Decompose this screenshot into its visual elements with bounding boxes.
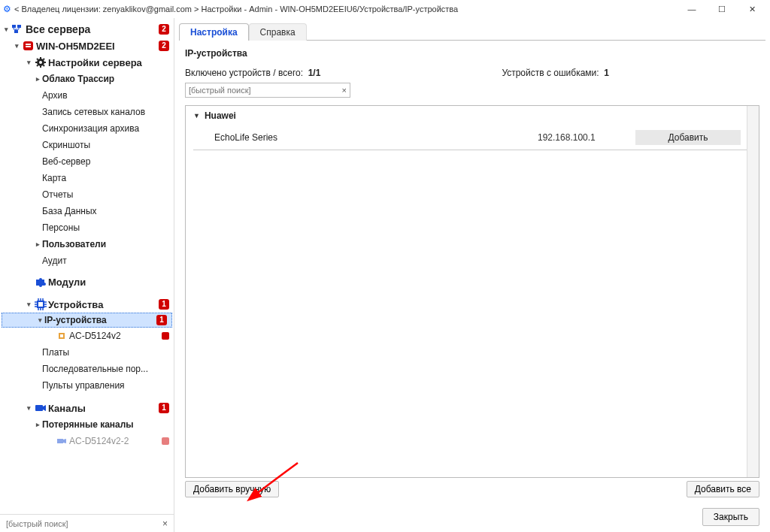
svg-rect-17 bbox=[38, 302, 43, 307]
chevron-down-icon: ▾ bbox=[2, 26, 11, 33]
nav-lost-channels[interactable]: ▸Потерянные каналы bbox=[0, 416, 174, 433]
device-ip: 192.168.100.1 bbox=[538, 132, 635, 143]
nav-reports[interactable]: ▸Отчеты bbox=[0, 186, 174, 203]
nav-label: WIN-OH5MD2EEI bbox=[36, 41, 156, 52]
title-bar: ⚙ < Владелец лицензии: zenyaklikov@gmail… bbox=[0, 0, 770, 18]
panel-quick-search[interactable]: × bbox=[185, 83, 350, 98]
nav-label: Отчеты bbox=[42, 189, 169, 200]
tab-setup[interactable]: Настройка bbox=[179, 23, 249, 41]
nav-lost-channel-item[interactable]: ▸ AC-D5124v2-2 bbox=[0, 433, 174, 449]
status-dot bbox=[162, 332, 169, 340]
nav-all-servers[interactable]: ▾ Все сервера 2 bbox=[0, 21, 174, 38]
nav-label: Синхронизация архива bbox=[42, 123, 169, 134]
nav-channels[interactable]: ▾ Каналы 1 bbox=[0, 400, 174, 416]
nav-label: AC-D5124v2 bbox=[69, 331, 159, 341]
nav-modules[interactable]: ▸ Модули bbox=[0, 274, 174, 290]
window-title: < Владелец лицензии: zenyaklikov@gmail.c… bbox=[14, 5, 677, 14]
add-manual-button[interactable]: Добавить вручную bbox=[185, 481, 279, 497]
action-bar: Добавить вручную Добавить все bbox=[185, 478, 759, 497]
chevron-right-icon: ▸ bbox=[33, 240, 42, 248]
svg-rect-33 bbox=[57, 439, 63, 443]
nav-label: База Данных bbox=[42, 206, 169, 216]
nav-screenshots[interactable]: ▸Скриншоты bbox=[0, 137, 174, 153]
count-badge: 1 bbox=[159, 403, 169, 413]
scrollbar[interactable] bbox=[747, 106, 759, 477]
chip-icon bbox=[33, 298, 48, 310]
count-badge: 2 bbox=[159, 24, 169, 35]
camera-icon bbox=[33, 403, 48, 413]
close-button-footer[interactable]: Закрыть bbox=[702, 508, 759, 526]
maximize-button[interactable]: ☐ bbox=[707, 0, 737, 18]
device-add-button[interactable]: Добавить bbox=[635, 130, 741, 145]
nav-record[interactable]: ▸Запись сетевых каналов bbox=[0, 104, 174, 120]
nav-sync[interactable]: ▸Синхронизация архива bbox=[0, 120, 174, 137]
svg-line-15 bbox=[44, 59, 45, 60]
count-badge: 1 bbox=[159, 299, 169, 310]
panel-search-input[interactable] bbox=[186, 84, 339, 96]
panel-stats: Включено устройств / всего: 1/1 Устройст… bbox=[185, 68, 759, 78]
nav-ip-devices[interactable]: ▾ IP-устройства 1 bbox=[2, 313, 172, 328]
svg-line-13 bbox=[44, 65, 45, 67]
svg-line-12 bbox=[37, 59, 38, 60]
sidebar-search-input[interactable] bbox=[3, 518, 159, 530]
nav-archive[interactable]: ▸Архив bbox=[0, 87, 174, 104]
nav-persons[interactable]: ▸Персоны bbox=[0, 219, 174, 236]
enabled-label: Включено устройств / всего: bbox=[185, 68, 303, 78]
camera-icon bbox=[54, 437, 69, 445]
svg-rect-4 bbox=[26, 44, 31, 45]
nav-users[interactable]: ▸Пользователи bbox=[0, 236, 174, 252]
chip-icon bbox=[54, 331, 69, 340]
clear-icon[interactable]: × bbox=[339, 86, 350, 95]
nav-web[interactable]: ▸Веб-сервер bbox=[0, 153, 174, 170]
nav-label: Устройства bbox=[48, 299, 156, 310]
nav-label: Аудит bbox=[42, 255, 169, 266]
svg-line-14 bbox=[37, 65, 38, 67]
content-area: Настройка Справка IP-устройства Включено… bbox=[174, 18, 770, 532]
nav-server-settings[interactable]: ▾ Настройки сервера bbox=[0, 54, 174, 71]
chevron-right-icon: ▸ bbox=[33, 75, 42, 83]
nav-boards[interactable]: ▸Платы bbox=[0, 344, 174, 361]
panel-title: IP-устройства bbox=[185, 48, 759, 59]
nav-devices[interactable]: ▾ Устройства 1 bbox=[0, 296, 174, 313]
svg-rect-32 bbox=[35, 405, 43, 411]
nav-ip-device-item[interactable]: ▸ AC-D5124v2 bbox=[0, 328, 174, 344]
chevron-down-icon: ▾ bbox=[24, 59, 33, 66]
errors-value: 1 bbox=[604, 68, 609, 78]
main-area: ▾ Все сервера 2 ▾ WIN-OH5MD2EEI 2 ▾ bbox=[0, 18, 770, 532]
minimize-button[interactable]: — bbox=[677, 0, 707, 18]
nav-serial[interactable]: ▸Последовательные пор... bbox=[0, 361, 174, 377]
nav-db[interactable]: ▸База Данных bbox=[0, 203, 174, 219]
close-button[interactable]: ✕ bbox=[737, 0, 767, 18]
gear-icon: ⚙ bbox=[3, 4, 11, 14]
device-row[interactable]: EchoLife Series 192.168.100.1 Добавить bbox=[193, 125, 748, 150]
device-list[interactable]: ▼ Huawei EchoLife Series 192.168.100.1 Д… bbox=[185, 105, 759, 478]
chevron-right-icon: ▸ bbox=[33, 421, 42, 428]
nav-cloud[interactable]: ▸Облако Трассир bbox=[0, 71, 174, 87]
tab-help[interactable]: Справка bbox=[249, 23, 307, 41]
nav-server[interactable]: ▾ WIN-OH5MD2EEI 2 bbox=[0, 38, 174, 54]
nav-audit[interactable]: ▸Аудит bbox=[0, 252, 174, 269]
nav-label: Пользователи bbox=[42, 239, 169, 249]
nav-label: Карта bbox=[42, 173, 169, 183]
nav-label: Последовательные пор... bbox=[42, 364, 169, 374]
group-name: Huawei bbox=[205, 110, 236, 121]
puzzle-icon bbox=[33, 276, 48, 288]
nav-tree[interactable]: ▾ Все сервера 2 ▾ WIN-OH5MD2EEI 2 ▾ bbox=[0, 21, 174, 514]
chevron-down-icon: ▾ bbox=[35, 316, 44, 324]
sidebar-search[interactable]: × bbox=[0, 514, 174, 532]
clear-icon[interactable]: × bbox=[159, 518, 171, 529]
nav-remotes[interactable]: ▸Пульты управления bbox=[0, 377, 174, 394]
nav-label: Облако Трассир bbox=[42, 74, 169, 84]
device-group[interactable]: ▼ Huawei bbox=[186, 106, 759, 125]
nav-label: Платы bbox=[42, 347, 169, 358]
nav-label: Настройки сервера bbox=[48, 57, 169, 68]
tab-bar: Настройка Справка bbox=[179, 23, 765, 41]
nav-label: Веб-сервер bbox=[42, 156, 169, 167]
nav-label: Потерянные каналы bbox=[42, 419, 169, 430]
nav-label: Архив bbox=[42, 90, 169, 101]
nav-map[interactable]: ▸Карта bbox=[0, 170, 174, 186]
add-all-button[interactable]: Добавить все bbox=[687, 481, 759, 497]
nav-label: Каналы bbox=[48, 403, 156, 414]
panel: IP-устройства Включено устройств / всего… bbox=[174, 41, 770, 502]
nav-label: Пульты управления bbox=[42, 380, 169, 391]
